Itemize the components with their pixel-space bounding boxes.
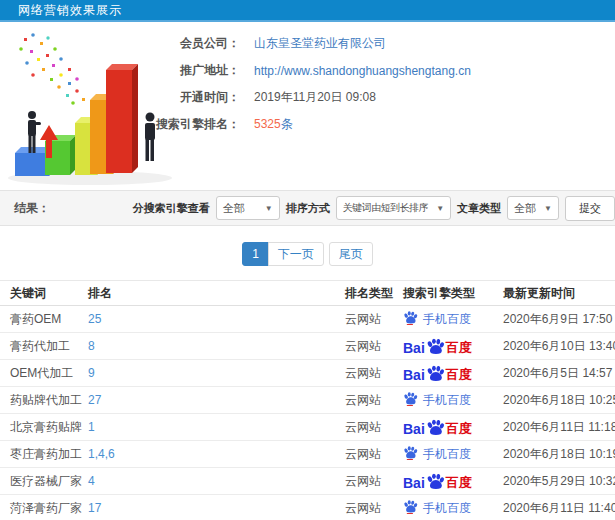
- col-rank-type: 排名类型: [345, 285, 403, 302]
- page-last-button[interactable]: 尾页: [329, 242, 373, 266]
- engine-filter-value: 全部: [223, 201, 245, 216]
- rank-type-cell: 云网站: [345, 365, 403, 382]
- rank-link[interactable]: 4: [88, 474, 95, 488]
- keyword-cell: OEM代加工: [0, 365, 88, 382]
- update-time-cell: 2020年5月29日 10:32: [503, 473, 615, 490]
- sort-select[interactable]: 关键词由短到长排序 ▼: [336, 196, 451, 220]
- update-time-cell: 2020年6月11日 11:18: [503, 419, 615, 436]
- table-body: 膏药OEM 25 云网站 手机百度: [0, 306, 615, 520]
- baidu-paw-icon: [403, 445, 418, 460]
- rank-link[interactable]: 1,4,6: [88, 447, 115, 461]
- rank-type-cell: 云网站: [345, 446, 403, 463]
- baidu-paw-icon: [426, 418, 445, 437]
- rank-type-cell: 云网站: [345, 392, 403, 409]
- mobile-baidu-logo: 手机百度: [403, 310, 471, 328]
- rank-count-label: 搜索引擎排名：: [0, 116, 240, 133]
- mobile-baidu-logo: 手机百度: [403, 499, 471, 517]
- rank-type-cell: 云网站: [345, 473, 403, 490]
- rank-count-unit: 条: [281, 117, 293, 131]
- rank-link[interactable]: 27: [88, 393, 101, 407]
- baidu-paw-icon: [403, 499, 418, 514]
- top-bar: 网络营销效果展示: [0, 0, 615, 22]
- keyword-cell: 枣庄膏药加工: [0, 446, 88, 463]
- table-row: 菏泽膏药厂家 17 云网站 手机百度: [0, 495, 615, 520]
- baidu-paw-icon: [426, 472, 445, 491]
- sort-value: 关键词由短到长排序: [343, 201, 429, 215]
- engine-filter-select[interactable]: 全部 ▼: [216, 196, 280, 220]
- url-label: 推广地址：: [0, 62, 240, 79]
- update-time-cell: 2020年6月10日 13:40: [503, 338, 615, 355]
- rank-link[interactable]: 25: [88, 312, 101, 326]
- update-time-cell: 2020年6月5日 14:57: [503, 365, 615, 382]
- engine-cell: Bai 百度: [403, 418, 503, 437]
- article-type-label: 文章类型: [457, 201, 501, 216]
- baidu-paw-icon: [403, 391, 418, 406]
- baidu-paw-icon: [426, 364, 445, 383]
- baidu-logo: Bai 百度: [403, 418, 472, 436]
- col-update-time: 最新更新时间: [503, 285, 615, 302]
- rank-link[interactable]: 9: [88, 366, 95, 380]
- table-header-row: 关键词 排名 排名类型 搜索引擎类型 最新更新时间: [0, 281, 615, 306]
- baidu-logo: Bai 百度: [403, 472, 472, 490]
- info-row-company: 会员公司： 山东皇圣堂药业有限公司: [0, 36, 615, 51]
- update-time-cell: 2020年6月18日 10:25: [503, 392, 615, 409]
- baidu-logo: Bai 百度: [403, 364, 472, 382]
- engine-cell: 手机百度: [403, 391, 503, 409]
- mobile-baidu-label: 手机百度: [423, 500, 471, 517]
- col-keyword: 关键词: [0, 285, 88, 302]
- mobile-baidu-logo: 手机百度: [403, 391, 471, 409]
- engine-filter-label: 分搜索引擎查看: [133, 201, 210, 216]
- engine-cell: 手机百度: [403, 310, 503, 328]
- result-label: 结果：: [14, 200, 50, 217]
- info-row-rank-count: 搜索引擎排名： 5325条: [0, 117, 615, 132]
- page-next-button[interactable]: 下一页: [268, 242, 324, 266]
- chevron-down-icon: ▼: [436, 204, 444, 213]
- table-row: 膏药代加工 8 云网站 Bai 百度 2020年6月10日 13:40: [0, 333, 615, 360]
- rank-link[interactable]: 8: [88, 339, 95, 353]
- baidu-paw-icon: [426, 337, 445, 356]
- baidu-logo: Bai 百度: [403, 337, 472, 355]
- mobile-baidu-label: 手机百度: [423, 311, 471, 328]
- opened-time: 2019年11月20日 09:08: [254, 89, 376, 106]
- article-type-select[interactable]: 全部 ▼: [507, 196, 559, 220]
- ranking-table: 关键词 排名 排名类型 搜索引擎类型 最新更新时间 膏药OEM 25 云网站: [0, 280, 615, 520]
- engine-cell: 手机百度: [403, 499, 503, 517]
- engine-cell: 手机百度: [403, 445, 503, 463]
- sort-label: 排序方式: [286, 201, 330, 216]
- baidu-paw-icon: [403, 310, 418, 325]
- pagination: 1 下一页 尾页: [0, 226, 615, 280]
- table-row: 北京膏药贴牌 1 云网站 Bai 百度 2020年6月11日 11:18: [0, 414, 615, 441]
- opened-label: 开通时间：: [0, 89, 240, 106]
- rank-link[interactable]: 17: [88, 501, 101, 515]
- table-row: 药贴牌代加工 27 云网站 手机百度: [0, 387, 615, 414]
- article-type-value: 全部: [514, 201, 536, 216]
- rank-link[interactable]: 1: [88, 420, 95, 434]
- info-section: 会员公司： 山东皇圣堂药业有限公司 推广地址： http://www.shand…: [0, 22, 615, 190]
- table-row: 枣庄膏药加工 1,4,6 云网站 手机百度: [0, 441, 615, 468]
- mobile-baidu-label: 手机百度: [423, 446, 471, 463]
- keyword-cell: 北京膏药贴牌: [0, 419, 88, 436]
- mobile-baidu-label: 手机百度: [423, 392, 471, 409]
- col-engine-type: 搜索引擎类型: [403, 285, 503, 302]
- company-label: 会员公司：: [0, 35, 240, 52]
- chevron-down-icon: ▼: [544, 204, 552, 213]
- page-title: 网络营销效果展示: [18, 2, 122, 19]
- keyword-cell: 菏泽膏药厂家: [0, 500, 88, 517]
- promo-url-link[interactable]: http://www.shandonghuangshengtang.cn: [254, 64, 471, 78]
- keyword-cell: 膏药代加工: [0, 338, 88, 355]
- submit-button[interactable]: 提交: [565, 196, 615, 221]
- page-current[interactable]: 1: [242, 242, 269, 266]
- engine-cell: Bai 百度: [403, 337, 503, 356]
- engine-cell: Bai 百度: [403, 364, 503, 383]
- update-time-cell: 2020年6月11日 11:40: [503, 500, 615, 517]
- company-link[interactable]: 山东皇圣堂药业有限公司: [254, 36, 386, 50]
- info-row-url: 推广地址： http://www.shandonghuangshengtang.…: [0, 63, 615, 78]
- engine-cell: Bai 百度: [403, 472, 503, 491]
- filter-bar: 结果： 分搜索引擎查看 全部 ▼ 排序方式 关键词由短到长排序 ▼ 文章类型 全…: [0, 190, 615, 226]
- keyword-cell: 药贴牌代加工: [0, 392, 88, 409]
- keyword-cell: 膏药OEM: [0, 311, 88, 328]
- update-time-cell: 2020年6月9日 17:50: [503, 311, 615, 328]
- rank-type-cell: 云网站: [345, 338, 403, 355]
- update-time-cell: 2020年6月18日 10:19: [503, 446, 615, 463]
- rank-type-cell: 云网站: [345, 419, 403, 436]
